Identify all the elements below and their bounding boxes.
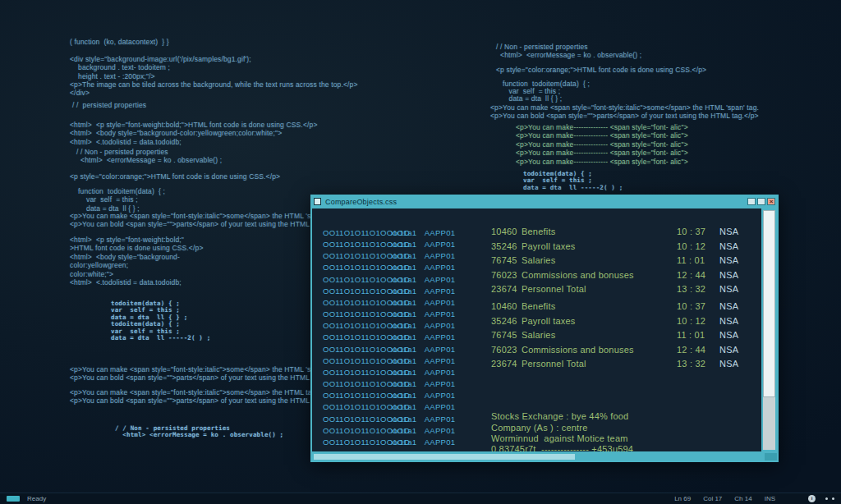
binary-string: OO11O1O11O1OO1OO	[323, 390, 388, 401]
hex-code: xx11a1	[391, 286, 422, 297]
hex-code: xx11a1	[391, 320, 422, 332]
code-line: <p>You can make-------------- <span styl…	[516, 131, 688, 140]
binary-data-column: OO11O1O11O1OO1OO xx11a1 AAPP01 OO11O1O11…	[323, 227, 455, 448]
h-scrollbar-thumb[interactable]	[314, 454, 575, 460]
status-bar: Ready Ln 69Col 17Ch 14INS i	[0, 493, 841, 504]
tag-cell: NSA	[719, 301, 747, 311]
code-line: function todoitem(data) { ;	[78, 187, 165, 195]
financial-row: 76023 Commissions and bonuses 12 : 44 NS…	[491, 270, 747, 285]
amount-cell: 76023	[491, 270, 522, 280]
code-line: ( function (ko, datacontext) } }	[70, 38, 358, 46]
code-line: <html> <body style="background-color:yel…	[70, 129, 318, 137]
code-line	[70, 46, 358, 54]
maximize-button[interactable]	[757, 198, 765, 205]
binary-string: OO11O1O11O1OO1OO	[323, 378, 388, 390]
window-controls: ×	[747, 198, 775, 205]
hex-code: xx11a1	[391, 344, 422, 355]
compare-objects-window: CompareObjects.css × OO11O1O11O1OO1OO xx…	[310, 195, 779, 462]
time-cell: 11 : 01	[677, 330, 719, 340]
binary-string: OO11O1O11O1OO1OO	[323, 262, 388, 273]
app-code: AAPP01	[425, 227, 455, 239]
binary-row: OO11O1O11O1OO1OO xx11a1 AAPP01	[323, 401, 455, 413]
status-indicators: Ln 69Col 17Ch 14INS	[674, 495, 808, 502]
time-cell: 10 : 12	[677, 316, 719, 326]
label-cell: Payroll taxes	[522, 316, 677, 326]
binary-string: OO11O1O11O1OO1OO	[323, 309, 388, 320]
code-line: <p>You can bold <span style="">parts</sp…	[490, 112, 759, 120]
binary-row: OO11O1O11O1OO1OO xx11a1 AAPP01	[323, 425, 455, 437]
amount-cell: 35246	[491, 316, 522, 326]
app-code: AAPP01	[425, 425, 455, 437]
app-code: AAPP01	[425, 332, 455, 343]
code-line: <p>You can bold <span style="">parts</sp…	[70, 220, 338, 228]
tag-cell: NSA	[719, 227, 747, 236]
code-block-right-todoitem: function todoitem(data) { ; var self = t…	[503, 80, 590, 103]
financial-row: 23674 Personnel Total 13 : 32 NSA	[491, 359, 747, 373]
code-line: <html> <body style="background-	[70, 253, 204, 261]
app-code: AAPP01	[425, 401, 455, 413]
label-cell: Benefits	[522, 227, 677, 236]
app-code: AAPP01	[425, 262, 455, 273]
code-line: <html> <p style="font-weight:bold;"	[70, 236, 204, 244]
code-line: <p>You can bold <span style="">parts</sp…	[70, 373, 328, 382]
binary-row: OO11O1O11O1OO1OO xx11a1 AAPP01	[323, 262, 455, 273]
binary-string: OO11O1O11O1OO1OO	[323, 414, 388, 425]
code-block-body-style: <html> <p style="font-weight:bold;">HTML…	[70, 236, 204, 286]
amount-cell: 35246	[491, 241, 522, 251]
scrollbar-thumb[interactable]	[763, 210, 775, 397]
resize-grip[interactable]	[765, 453, 777, 460]
time-cell: 12 : 44	[677, 270, 719, 280]
code-line: <p style="color:orange;">HTML font code …	[70, 172, 280, 181]
minimize-button[interactable]	[747, 198, 756, 205]
vertical-scrollbar[interactable]	[761, 208, 779, 451]
app-code: AAPP01	[425, 250, 455, 262]
code-line: data = dta ll -----2( ) ;	[111, 335, 210, 341]
binary-row: OO11O1O11O1OO1OO xx11a1 AAPP01	[323, 227, 455, 239]
app-code: AAPP01	[425, 378, 455, 390]
binary-row: OO11O1O11O1OO1OO xx11a1 AAPP01	[323, 286, 455, 297]
hex-code: xx11a1	[391, 332, 422, 343]
window-title: CompareObjects.css	[325, 198, 397, 206]
code-block-right-span: <p>You can make <span style="font-style:…	[490, 103, 759, 121]
taskbar-chip[interactable]	[7, 496, 20, 502]
binary-string: OO11O1O11O1OO1OO	[323, 425, 388, 437]
code-line: / / Non - persisted properties	[76, 148, 222, 156]
binary-row: OO11O1O11O1OO1OO xx11a1 AAPP01	[323, 367, 455, 378]
code-line: </div>	[70, 89, 358, 97]
window-titlebar[interactable]: CompareObjects.css ×	[310, 195, 779, 208]
time-cell: 11 : 01	[677, 255, 719, 265]
code-block-span-lower2: <p>You can make <span style="font-style:…	[70, 388, 328, 405]
code-line: <html> <errorMessage = ko . observable()…	[76, 156, 222, 164]
code-line: <html> <.todolistid = data.todoidb;	[70, 138, 318, 146]
note-line: Worminnud against Motice team	[491, 433, 633, 444]
amount-cell: 23674	[491, 359, 522, 369]
info-icon[interactable]: i	[808, 495, 816, 502]
hex-code: xx11a1	[391, 309, 422, 320]
time-cell: 13 : 32	[677, 284, 719, 294]
tag-cell: NSA	[719, 345, 747, 355]
financial-row: 23674 Personnel Total 13 : 32 NSA	[491, 284, 747, 299]
status-dot	[832, 497, 834, 500]
binary-string: OO11O1O11O1OO1OO	[323, 355, 388, 367]
code-block-right-orange: <p style="color:orange;">HTML font code …	[496, 66, 706, 74]
code-line: <p>You can bold <span style="">parts</sp…	[70, 396, 328, 405]
status-item: INS	[765, 495, 775, 502]
binary-string: OO11O1O11O1OO1OO	[323, 320, 388, 332]
window-main: OO11O1O11O1OO1OO xx11a1 AAPP01 OO11O1O11…	[310, 208, 779, 451]
tag-cell: NSA	[719, 284, 747, 294]
close-button[interactable]: ×	[767, 198, 775, 205]
code-block-right-green: <p>You can make-------------- <span styl…	[516, 123, 688, 166]
code-line: <p>You can make <span style="font-style:…	[490, 103, 759, 112]
hex-code: xx11a1	[391, 390, 422, 401]
amount-cell: 76745	[491, 255, 522, 265]
tag-cell: NSA	[719, 359, 747, 369]
code-line: <html> <p style="font-weight:bold;">HTML…	[70, 121, 318, 129]
binary-row: OO11O1O11O1OO1OO xx11a1 AAPP01	[323, 274, 455, 286]
code-block-span-lower1: <p>You can make <span style="font-style:…	[70, 365, 328, 383]
binary-row: OO11O1O11O1OO1OO xx11a1 AAPP01	[323, 239, 455, 250]
scrollbar-track[interactable]	[763, 210, 775, 450]
code-line: height . text - :200px;"/>	[70, 72, 358, 80]
horizontal-scrollbar[interactable]	[310, 451, 779, 462]
hex-code: xx11a1	[391, 425, 422, 437]
code-line: <html> <.todolistid = data.todoidb;	[70, 278, 204, 286]
